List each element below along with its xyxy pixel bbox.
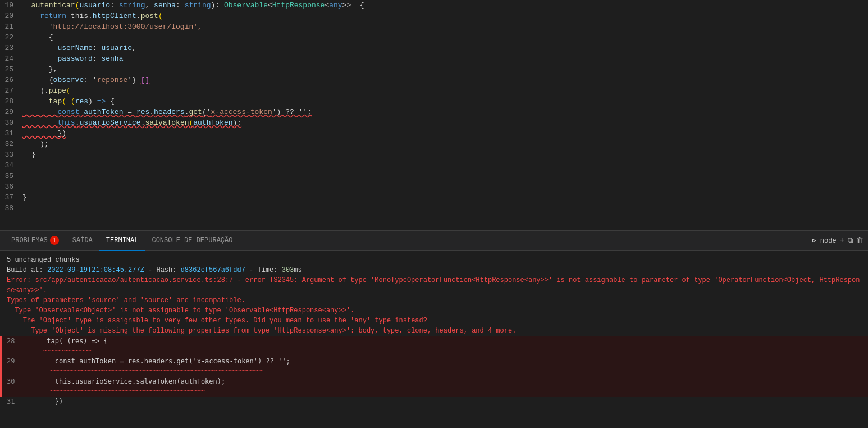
tab-problems-label: PROBLEMAS [11, 236, 48, 244]
line-number: 33 [0, 149, 22, 160]
tab-debug-console[interactable]: CONSOLE DE DEPURAÇÃO [145, 231, 239, 251]
code-line-21: 21 'http://localhost:3000/user/login', [0, 21, 868, 32]
code-line-34: 34 [0, 160, 868, 171]
line-number: 21 [0, 21, 22, 32]
code-line-36: 36 [0, 181, 868, 192]
error-line-number: 29 [7, 356, 22, 366]
line-number: 29 [0, 107, 22, 117]
line-number: 19 [0, 0, 22, 11]
line-content: ).pipe( [22, 85, 868, 96]
code-line-27: 27 ).pipe( [0, 85, 868, 96]
close-terminal-button[interactable]: 🗑 [856, 236, 864, 245]
error-code-content: tap( (res) => { [22, 336, 868, 346]
terminal-content: 5 unchanged chunksBuild at: 2022-09-19T2… [0, 251, 868, 428]
line-content: {observe: 'reponse'} [] [22, 75, 868, 85]
code-line-32: 32 ); [0, 139, 868, 149]
terminal-build-line: Build at: 2022-09-19T21:08:45.277Z - Has… [0, 265, 868, 275]
tab-debug-console-label: CONSOLE DE DEPURAÇÃO [152, 236, 232, 244]
add-terminal-button[interactable]: + [840, 236, 844, 245]
line-content: this.usuarioService.salvaToken(authToken… [22, 117, 868, 128]
panel: PROBLEMAS 1 SAÍDA TERMINAL CONSOLE DE DE… [0, 230, 868, 428]
code-line-20: 20 return this.httpClient.post( [0, 11, 868, 21]
line-number: 24 [0, 53, 22, 64]
squiggle-line: ~~~~~~~~~~~~~~~~~~~~~~~~~~~~~~~~~~~~~~~~… [22, 386, 868, 397]
code-line-31: 31 }) [0, 128, 868, 139]
line-number: 25 [0, 64, 22, 75]
error-line-number: 31 [7, 397, 22, 407]
line-number: 38 [0, 203, 22, 213]
line-content: }) [22, 128, 868, 139]
line-number: 32 [0, 139, 22, 149]
line-number: 31 [0, 128, 22, 139]
error-code-line: 31 }) [0, 397, 868, 407]
line-number: 35 [0, 171, 22, 181]
code-line-24: 24 password: senha [0, 53, 868, 64]
line-content: const authToken = res.headers.get('x-acc… [22, 107, 868, 117]
line-number: 23 [0, 43, 22, 53]
code-line-35: 35 [0, 171, 868, 181]
code-line-19: 19 autenticar(usuario: string, senha: st… [0, 0, 868, 11]
line-number: 28 [0, 96, 22, 107]
terminal-line: Type 'Object' is missing the following p… [0, 326, 868, 336]
tab-output[interactable]: SAÍDA [66, 231, 99, 251]
code-line-33: 33 } [0, 149, 868, 160]
line-number: 30 [0, 117, 22, 128]
error-code-line: 30 this.usuarioService.salvaToken(authTo… [0, 376, 868, 397]
terminal-line: Type 'Observable<Object>' is not assigna… [0, 306, 868, 316]
problems-badge: 1 [50, 236, 59, 245]
error-code-line: 28 tap( (res) => { ~~~~~~~~~~~~~~ [0, 336, 868, 356]
terminal-error-main: Error: src/app/autenticacao/autenticacao… [0, 275, 868, 295]
code-line-38: 38 [0, 203, 868, 213]
line-content: tap( (res) => { [22, 96, 868, 107]
line-number: 27 [0, 85, 22, 96]
error-code-content: const authToken = res.headers.get('x-acc… [22, 356, 868, 366]
line-content: { [22, 32, 868, 43]
squiggle-line: ~~~~~~~~~~~~~~ [22, 346, 868, 356]
line-number: 37 [0, 192, 22, 203]
code-line-25: 25 }, [0, 64, 868, 75]
line-content: ); [22, 139, 868, 149]
code-line-37: 37} [0, 192, 868, 203]
error-code-content: this.usuarioService.salvaToken(authToken… [22, 376, 868, 386]
squiggle-line: ~~~~~~~~~~~~~~~~~~~~~~~~~~~~~~~~~~~~~~~~… [22, 366, 868, 376]
code-line-26: 26 {observe: 'reponse'} [] [0, 75, 868, 85]
line-content: password: senha [22, 53, 868, 64]
tab-terminal-label: TERMINAL [106, 236, 139, 244]
terminal-line: The 'Object' type is assignable to very … [0, 316, 868, 326]
error-code-line: 29 const authToken = res.headers.get('x-… [0, 356, 868, 376]
code-line-22: 22 { [0, 32, 868, 43]
terminal-line: Types of parameters 'source' and 'source… [0, 295, 868, 306]
code-line-30: 30 this.usuarioService.salvaToken(authTo… [0, 117, 868, 128]
line-content: } [22, 192, 868, 203]
tab-problems[interactable]: PROBLEMAS 1 [4, 231, 66, 251]
line-number: 22 [0, 32, 22, 43]
line-content: autenticar(usuario: string, senha: strin… [22, 0, 868, 11]
split-terminal-button[interactable]: ⧉ [848, 236, 853, 245]
line-content: 'http://localhost:3000/user/login', [22, 21, 868, 32]
line-number: 34 [0, 160, 22, 171]
panel-actions: ⊳ node + ⧉ 🗑 [812, 236, 864, 245]
line-content: } [22, 149, 868, 160]
line-number: 36 [0, 181, 22, 192]
terminal-line: 5 unchanged chunks [0, 255, 868, 265]
error-line-number: 30 [7, 376, 22, 386]
tab-terminal[interactable]: TERMINAL [99, 231, 145, 251]
node-label: ⊳ node [812, 236, 836, 245]
tab-output-label: SAÍDA [72, 236, 93, 244]
code-line-29: 29 const authToken = res.headers.get('x-… [0, 107, 868, 117]
code-line-28: 28 tap( (res) => { [0, 96, 868, 107]
editor-area: 19 autenticar(usuario: string, senha: st… [0, 0, 868, 230]
panel-tabs-bar: PROBLEMAS 1 SAÍDA TERMINAL CONSOLE DE DE… [0, 231, 868, 251]
line-content: userName: usuario, [22, 43, 868, 53]
error-line-number: 28 [7, 336, 22, 346]
line-number: 26 [0, 75, 22, 85]
line-number: 20 [0, 11, 22, 21]
error-code-content: }) [22, 397, 868, 407]
code-line-23: 23 userName: usuario, [0, 43, 868, 53]
line-content: return this.httpClient.post( [22, 11, 868, 21]
line-content: }, [22, 64, 868, 75]
